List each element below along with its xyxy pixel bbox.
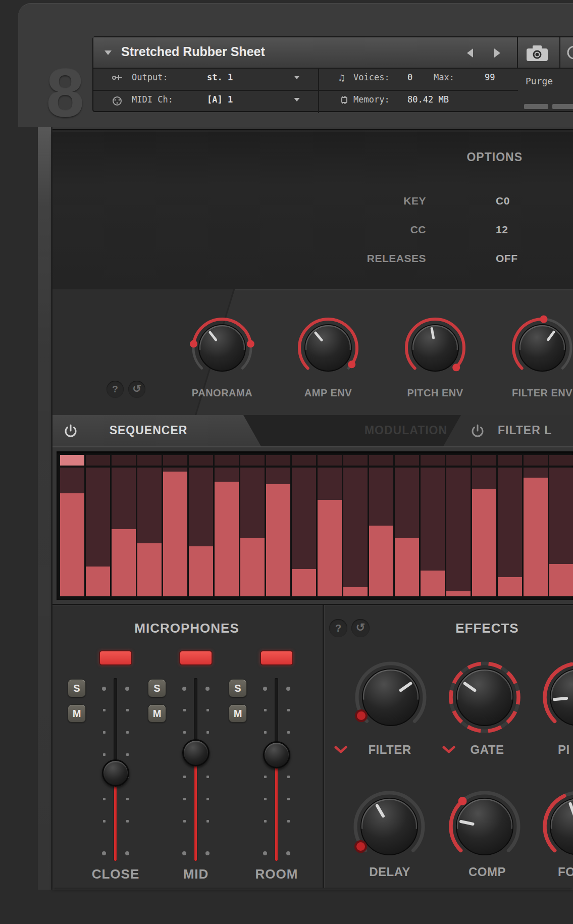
options-cc-value[interactable]: 12: [496, 224, 508, 236]
instrument-panel: OPTIONS KEY C0 CC 12 RELEASES OFF ? ↺ PA…: [53, 129, 573, 888]
sequencer-step-8[interactable]: [240, 455, 265, 596]
delay-fx-knob[interactable]: [351, 788, 428, 867]
sequencer-step-1[interactable]: [60, 455, 84, 596]
sequencer-step-11[interactable]: [318, 455, 342, 596]
sequencer-step-13[interactable]: [369, 455, 393, 596]
sequencer-step-16[interactable]: [446, 455, 471, 596]
step-value-bar[interactable]: [60, 493, 84, 596]
mic-on-led[interactable]: [260, 650, 293, 665]
fader-thumb[interactable]: [182, 739, 210, 766]
instrument-title-bar: Stretched Rubber Sheet: [93, 37, 573, 69]
options-section: OPTIONS KEY C0 CC 12 RELEASES OFF: [53, 129, 573, 289]
effects-reset-button[interactable]: ↺: [351, 619, 370, 637]
fold-fx-knob[interactable]: [540, 788, 573, 867]
sequencer-step-17[interactable]: [472, 455, 496, 596]
comp-fx-knob[interactable]: [446, 788, 523, 867]
output-value[interactable]: st. 1: [207, 72, 233, 82]
sequencer-step-10[interactable]: [292, 455, 316, 596]
sequencer-step-6[interactable]: [189, 455, 213, 596]
solo-button[interactable]: S: [148, 679, 166, 697]
step-value-bar[interactable]: [421, 571, 445, 596]
edit-wrench-icon[interactable]: [566, 44, 573, 61]
help-button[interactable]: ?: [107, 381, 124, 398]
sequencer-step-3[interactable]: [112, 455, 136, 596]
reset-button[interactable]: ↺: [128, 381, 145, 398]
options-key-value[interactable]: C0: [496, 195, 510, 207]
fader-scale-dot: [206, 776, 209, 778]
mic-on-led[interactable]: [99, 650, 132, 665]
filter-fx-chevron-icon[interactable]: [334, 746, 347, 756]
step-value-bar[interactable]: [395, 538, 419, 596]
step-value-bar[interactable]: [318, 500, 342, 596]
tab-sequencer[interactable]: SEQUENCER: [53, 415, 261, 446]
fader-thumb[interactable]: [263, 741, 290, 768]
output-dropdown-caret-icon[interactable]: [294, 76, 299, 79]
max-voices-value[interactable]: 99: [485, 72, 495, 82]
step-value-bar[interactable]: [112, 529, 136, 596]
step-value-bar[interactable]: [343, 587, 368, 596]
sequencer-steps[interactable]: [60, 455, 573, 596]
fader-scale-dot: [182, 687, 186, 691]
step-value-bar[interactable]: [498, 577, 522, 596]
tab-filter-lfo-label[interactable]: FILTER L: [498, 424, 552, 437]
options-releases-value[interactable]: OFF: [496, 252, 518, 265]
sequencer-step-19[interactable]: [524, 455, 548, 596]
solo-button[interactable]: S: [68, 679, 86, 697]
step-value-bar[interactable]: [446, 591, 471, 596]
sequencer-step-4[interactable]: [137, 455, 162, 596]
step-value-bar[interactable]: [266, 484, 290, 596]
step-value-bar[interactable]: [292, 569, 316, 596]
sequencer-step-7[interactable]: [215, 455, 239, 596]
tab-sequencer-label[interactable]: SEQUENCER: [90, 424, 206, 437]
sequencer-step-12[interactable]: [343, 455, 368, 596]
step-value-bar[interactable]: [137, 543, 162, 596]
step-value-bar[interactable]: [524, 478, 548, 596]
step-indicator: [524, 455, 548, 466]
mute-button[interactable]: M: [148, 704, 166, 723]
filter-lfo-power-icon[interactable]: [471, 424, 485, 440]
sequencer-step-15[interactable]: [421, 455, 445, 596]
amp-env-knob[interactable]: [294, 314, 362, 384]
step-value-bar[interactable]: [163, 472, 187, 596]
mute-button[interactable]: M: [68, 704, 86, 723]
output-label: Output:: [132, 72, 168, 82]
midi-dropdown-caret-icon[interactable]: [294, 98, 299, 101]
pitch-fx-knob[interactable]: [540, 659, 573, 738]
sequencer-step-2[interactable]: [86, 455, 110, 596]
gate-fx-knob[interactable]: [446, 659, 523, 738]
step-value-bar[interactable]: [189, 546, 213, 596]
step-value-bar[interactable]: [472, 489, 496, 596]
pitch-env-knob[interactable]: [401, 314, 470, 384]
sequencer-power-icon[interactable]: [64, 424, 78, 440]
solo-button[interactable]: S: [229, 679, 247, 697]
step-value-bar[interactable]: [369, 526, 393, 596]
effects-help-button[interactable]: ?: [329, 619, 347, 637]
mute-button[interactable]: M: [229, 704, 247, 723]
step-indicator: [549, 455, 573, 466]
step-value-bar[interactable]: [549, 564, 573, 596]
tab-filter-lfo[interactable]: FILTER L: [443, 415, 573, 446]
step-value-bar[interactable]: [86, 567, 110, 596]
midi-channel-value[interactable]: [A] 1: [207, 94, 233, 105]
prev-instrument-icon[interactable]: [467, 48, 473, 58]
next-instrument-icon[interactable]: [494, 48, 500, 58]
sequencer-step-9[interactable]: [266, 455, 290, 596]
step-value-bar[interactable]: [215, 482, 239, 596]
mic-on-led[interactable]: [179, 650, 213, 665]
filter-env-knob[interactable]: [508, 314, 573, 384]
sequencer-step-14[interactable]: [395, 455, 419, 596]
fader-scale-dot: [264, 709, 267, 711]
purge-button[interactable]: Purge: [526, 76, 553, 86]
fader-thumb[interactable]: [102, 759, 129, 787]
snapshot-camera-icon[interactable]: [526, 44, 548, 62]
sequencer-step-20[interactable]: [549, 455, 573, 596]
sequencer-step-5[interactable]: [163, 455, 187, 596]
instrument-menu-caret-icon[interactable]: [105, 50, 112, 55]
panorama-knob[interactable]: [188, 314, 256, 384]
filter-fx-knob[interactable]: [352, 659, 429, 738]
midi-channel-label: MIDI Ch:: [132, 94, 173, 105]
sequencer-step-18[interactable]: [498, 455, 522, 596]
step-value-bar[interactable]: [240, 538, 265, 596]
step-indicator: [137, 455, 162, 466]
fader-fill: [275, 755, 278, 861]
